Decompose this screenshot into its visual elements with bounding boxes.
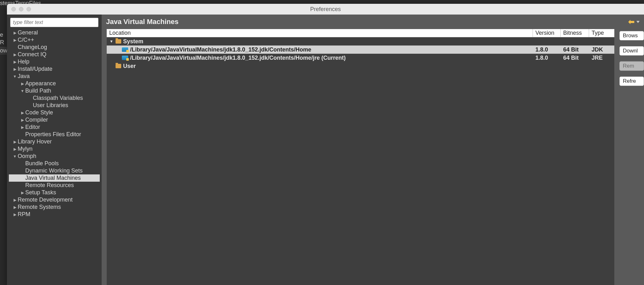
tree-node[interactable]: ▶Editor — [9, 124, 100, 131]
location-text: /Library/Java/JavaVirtualMachines/jdk1.8… — [130, 46, 311, 53]
preferences-tree[interactable]: ▶General▶C/C++▶ChangeLog▶Connect IQ▶Help… — [9, 29, 100, 285]
tree-node[interactable]: ▶ChangeLog — [9, 44, 100, 51]
col-location[interactable]: Location — [107, 29, 533, 37]
table-group-row[interactable]: User — [107, 62, 614, 70]
tree-node-label: Java — [18, 73, 30, 80]
tree-node-label: Remote Systems — [18, 204, 61, 210]
back-history-button[interactable]: ⬅ — [628, 17, 640, 26]
tree-node[interactable]: ▶Appearance — [9, 80, 100, 87]
tree-node[interactable]: ▶Remote Development — [9, 196, 100, 203]
dialog-title: Preferences — [7, 6, 644, 13]
col-type[interactable]: Type — [589, 29, 614, 37]
tree-node[interactable]: ▶User Libraries — [9, 102, 100, 109]
table-row[interactable]: /Library/Java/JavaVirtualMachines/jdk1.8… — [107, 45, 614, 54]
chevron-right-icon: ▶ — [13, 140, 17, 144]
tree-node[interactable]: ▶General — [9, 29, 100, 36]
chevron-down-icon: ▼ — [20, 89, 25, 93]
col-version[interactable]: Version — [533, 29, 561, 37]
tree-node-label: Connect IQ — [18, 51, 46, 58]
tree-node[interactable]: ▶Code Style — [9, 109, 100, 116]
tree-node[interactable]: ▼Oomph — [9, 153, 100, 160]
chevron-right-icon: ▶ — [13, 147, 17, 151]
chevron-right-icon: ▶ — [13, 212, 17, 217]
tree-node-label: Remote Development — [18, 197, 73, 203]
tree-node-label: C/C++ — [18, 37, 34, 43]
folder-icon — [116, 64, 121, 68]
bg-partial-text: e — [0, 32, 3, 38]
chevron-right-icon: ▶ — [13, 198, 17, 202]
refresh-button[interactable]: Refre — [619, 76, 644, 86]
tree-node[interactable]: ▶Classpath Variables — [9, 94, 100, 102]
cell-version: 1.8.0 — [533, 55, 561, 61]
tree-node-label: User Libraries — [33, 102, 68, 109]
chevron-right-icon: ▶ — [13, 60, 17, 64]
col-bitness[interactable]: Bitness — [561, 29, 589, 37]
tree-node[interactable]: ▶Compiler — [9, 116, 100, 124]
tree-node-label: General — [18, 29, 38, 36]
preferences-dialog: Preferences ▶General▶C/C++▶ChangeLog▶Con… — [7, 4, 644, 285]
folder-icon — [116, 39, 121, 44]
tree-node[interactable]: ▶Mylyn — [9, 145, 100, 153]
tree-node-label: Mylyn — [18, 146, 33, 152]
tree-node[interactable]: ▶Library Hover — [9, 138, 100, 145]
table-row[interactable]: /Library/Java/JavaVirtualMachines/jdk1.8… — [107, 54, 614, 62]
tree-node-label: RPM — [18, 211, 30, 218]
cell-version: 1.8.0 — [533, 46, 561, 53]
chevron-right-icon: ▶ — [13, 205, 17, 209]
tree-node-label: Build Path — [25, 88, 51, 94]
table-body[interactable]: ▼System/Library/Java/JavaVirtualMachines… — [107, 37, 614, 285]
tree-node[interactable]: ▶Help — [9, 58, 100, 65]
tree-node-label: Properties Files Editor — [25, 131, 81, 138]
cell-type: JDK — [589, 46, 614, 53]
chevron-right-icon: ▶ — [20, 118, 25, 122]
tree-node[interactable]: ▶Remote Resources — [9, 182, 100, 189]
remove-button: Rem — [619, 61, 644, 71]
location-text: User — [123, 63, 136, 70]
cell-bitness: 64 Bit — [561, 55, 589, 61]
tree-node-label: Library Hover — [18, 138, 52, 145]
bg-partial-text: R — [0, 39, 4, 46]
jvm-icon — [122, 47, 128, 52]
arrow-left-icon: ⬅ — [628, 17, 635, 26]
button-column: BrowsDownlRemRefre — [619, 29, 644, 285]
tree-node-label: Editor — [25, 124, 40, 130]
chevron-right-icon: ▶ — [20, 111, 25, 115]
tree-node[interactable]: ▶Connect IQ — [9, 51, 100, 58]
browse-button[interactable]: Brows — [619, 31, 644, 40]
tree-node-label: Classpath Variables — [33, 95, 83, 101]
tree-node[interactable]: ▼Build Path — [9, 87, 100, 94]
tree-node[interactable]: ▼Java — [9, 73, 100, 80]
jvm-icon — [122, 56, 128, 60]
tree-node-label: Install/Update — [18, 66, 52, 72]
tree-node-label: Appearance — [25, 80, 56, 87]
tree-node[interactable]: ▶Properties Files Editor — [9, 131, 100, 138]
tree-node-label: ChangeLog — [18, 44, 47, 51]
table-group-row[interactable]: ▼System — [107, 37, 614, 45]
tree-node-label: Code Style — [25, 109, 53, 116]
filter-input[interactable] — [10, 18, 98, 27]
tree-node[interactable]: ▶Java Virtual Machines — [9, 174, 100, 182]
tree-node-label: Dynamic Working Sets — [25, 167, 83, 174]
tree-node[interactable]: ▶C/C++ — [9, 36, 100, 44]
page-title: Java Virtual Machines — [106, 18, 179, 26]
chevron-down-icon — [636, 21, 640, 23]
tree-node[interactable]: ▶Setup Tasks — [9, 189, 100, 196]
chevron-right-icon: ▶ — [13, 67, 17, 71]
table-header: Location Version Bitness Type — [107, 29, 614, 37]
tree-node[interactable]: ▶Dynamic Working Sets — [9, 167, 100, 174]
tree-node[interactable]: ▶Bundle Pools — [9, 160, 100, 167]
tree-node[interactable]: ▶RPM — [9, 211, 100, 218]
tree-node[interactable]: ▶Remote Systems — [9, 203, 100, 211]
preferences-tree-sidebar: ▶General▶C/C++▶ChangeLog▶Connect IQ▶Help… — [7, 15, 102, 285]
jvm-table: Location Version Bitness Type ▼System/Li… — [107, 29, 614, 285]
tree-node-label: Help — [18, 58, 29, 65]
cell-bitness: 64 Bit — [561, 46, 589, 53]
chevron-down-icon: ▼ — [13, 74, 17, 79]
chevron-down-icon: ▼ — [109, 39, 114, 44]
download-button[interactable]: Downl — [619, 46, 644, 56]
chevron-down-icon: ▼ — [13, 154, 17, 159]
preferences-page: Java Virtual Machines ⬅ Location Version… — [102, 15, 644, 285]
tree-node[interactable]: ▶Install/Update — [9, 65, 100, 73]
chevron-right-icon: ▶ — [20, 125, 25, 130]
chevron-right-icon: ▶ — [13, 52, 17, 57]
